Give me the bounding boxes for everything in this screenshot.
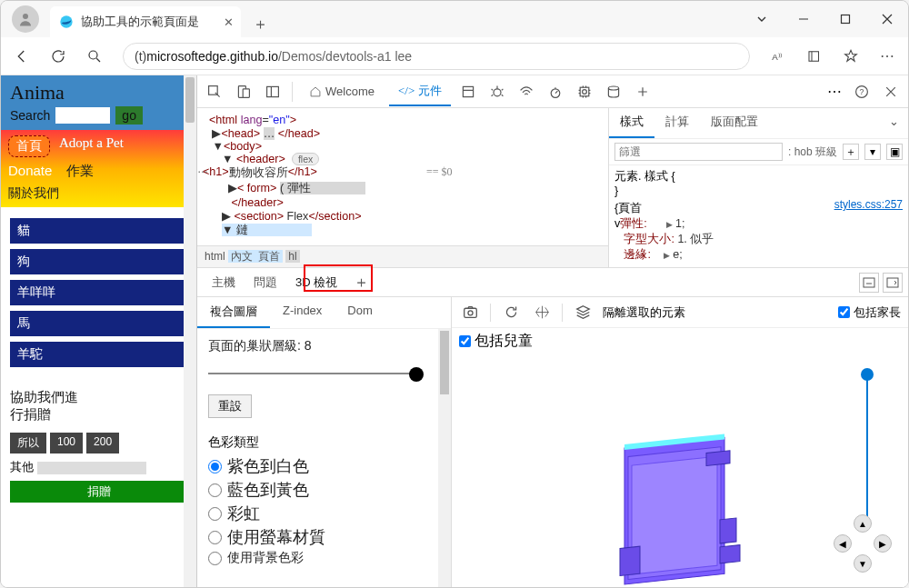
tab-computed[interactable]: 計算 xyxy=(654,108,700,138)
subtab-composited[interactable]: 複合圖層 xyxy=(197,297,270,328)
snapshot-icon[interactable] xyxy=(459,302,481,324)
chip[interactable]: 所以 xyxy=(10,433,46,453)
nesting-slider[interactable] xyxy=(208,367,440,380)
styles-content[interactable]: 元素. 樣式 { } {頁首 v彈性: ▶ 1; 字型大小: 1. 似乎 邊緣:… xyxy=(609,165,908,267)
dpad-right[interactable]: ▶ xyxy=(874,534,892,553)
other-input[interactable] xyxy=(37,462,146,474)
nav-about[interactable]: 關於我們 xyxy=(8,185,59,200)
read-aloud-icon[interactable]: A⁾⁾ xyxy=(764,43,792,70)
radio-rainbow[interactable]: 彩虹 xyxy=(208,502,440,525)
toggle-icon[interactable]: ▾ xyxy=(864,144,881,160)
browser-tab[interactable]: 協助工具的示範頁面是 ✕ xyxy=(50,6,241,37)
refresh-button[interactable] xyxy=(45,43,72,70)
drawer-tab-issues[interactable]: 問題 xyxy=(245,270,286,295)
search-icon[interactable] xyxy=(81,43,108,70)
nav-jobs[interactable]: 作業 xyxy=(66,163,94,178)
drawer-dock-icon[interactable] xyxy=(859,273,879,293)
nav-home[interactable]: 首頁 xyxy=(8,135,50,157)
search-input[interactable] xyxy=(55,107,110,124)
help-title-2: 行捐贈 xyxy=(10,406,187,424)
hov-label[interactable]: : hob 班級 xyxy=(788,145,837,160)
tool-memory-icon[interactable] xyxy=(573,80,596,104)
go-button[interactable]: go xyxy=(115,106,143,125)
list-item[interactable]: 馬 xyxy=(10,311,187,336)
dpad-left[interactable]: ◀ xyxy=(834,534,852,553)
close-window-button[interactable] xyxy=(866,1,908,37)
svg-rect-16 xyxy=(580,87,589,96)
drawer-tab-console[interactable]: 主機 xyxy=(203,270,245,295)
device-icon[interactable] xyxy=(232,80,255,104)
radio-screen-texture[interactable]: 使用螢幕材質 xyxy=(208,525,440,549)
radio-bg-color[interactable]: 使用背景色彩 xyxy=(208,549,440,567)
stylesheet-link[interactable]: styles.css:257 xyxy=(834,198,903,211)
retake-icon[interactable] xyxy=(500,302,522,324)
dpad: ▲ ▼ ◀ ▶ xyxy=(834,514,892,573)
chip[interactable]: 200 xyxy=(86,433,119,453)
help-title-1: 協助我們進 xyxy=(10,389,187,406)
back-button[interactable] xyxy=(8,43,35,70)
page-scrollbar[interactable] xyxy=(184,75,196,588)
subtab-zindex[interactable]: Z-index xyxy=(270,297,335,328)
list-item[interactable]: 狗 xyxy=(10,249,187,274)
pan-icon[interactable] xyxy=(531,302,553,324)
elements-tree[interactable]: <html lang="en"> ▶<head> … </head> ▼<bod… xyxy=(197,108,608,267)
subtab-dom[interactable]: Dom xyxy=(335,297,385,328)
parents-checkbox[interactable]: 包括家長 xyxy=(838,304,901,321)
new-rule-icon[interactable]: ＋ xyxy=(843,144,859,160)
collections-icon[interactable] xyxy=(801,43,828,70)
nav-adopt[interactable]: Adopt a Pet xyxy=(59,135,124,157)
breadcrumb[interactable]: html 內文頁首 hl xyxy=(197,245,608,267)
more-menu-icon[interactable]: ⋯ xyxy=(874,43,901,70)
3d-canvas[interactable]: ▲ ▼ ◀ ▶ xyxy=(452,352,908,588)
collapsed-icon[interactable]: … xyxy=(197,163,208,175)
filter-input[interactable] xyxy=(614,143,783,161)
svg-point-0 xyxy=(23,14,28,19)
panel-scrollbar[interactable] xyxy=(438,329,451,588)
tool-app-icon[interactable] xyxy=(456,80,480,104)
svg-rect-10 xyxy=(267,86,279,96)
tool-bug-icon[interactable] xyxy=(485,80,509,104)
children-checkbox[interactable]: 包括兒童 xyxy=(459,332,901,351)
minimize-button[interactable] xyxy=(783,1,824,37)
3d-render xyxy=(615,422,761,588)
layers-icon[interactable] xyxy=(572,302,594,324)
favorite-icon[interactable] xyxy=(837,43,864,70)
new-tab-button[interactable]: ＋ xyxy=(246,10,274,37)
tab-welcome[interactable]: Welcome xyxy=(300,79,384,104)
chevron-down-icon[interactable]: ⌄ xyxy=(880,108,908,138)
tool-storage-icon[interactable] xyxy=(602,80,625,104)
maximize-button[interactable] xyxy=(824,1,866,37)
chevron-down-icon[interactable] xyxy=(741,1,783,37)
close-devtools-icon[interactable] xyxy=(879,80,903,104)
tool-network-icon[interactable] xyxy=(514,80,538,104)
radio-blue-yellow[interactable]: 藍色到黃色 xyxy=(208,478,440,502)
dpad-down[interactable]: ▼ xyxy=(854,554,872,573)
list-item[interactable]: 羊咩咩 xyxy=(10,280,187,305)
tab-layout[interactable]: 版面配置 xyxy=(700,108,769,138)
close-tab-icon[interactable]: ✕ xyxy=(224,15,234,29)
drawer-expand-icon[interactable] xyxy=(883,273,903,293)
chip[interactable]: 100 xyxy=(50,433,83,453)
more-tools-icon[interactable]: ⋯ xyxy=(824,82,844,102)
svg-point-18 xyxy=(609,86,619,90)
radio-purple-white[interactable]: 紫色到白色 xyxy=(208,454,440,478)
tool-perf-icon[interactable] xyxy=(544,80,567,104)
tab-styles[interactable]: 樣式 xyxy=(609,108,654,138)
list-item[interactable]: 羊駝 xyxy=(10,342,187,367)
donate-button[interactable]: 捐贈 xyxy=(10,481,187,503)
nav-donate[interactable]: Donate xyxy=(8,163,52,178)
zoom-slider[interactable] xyxy=(866,374,868,519)
list-item[interactable]: 貓 xyxy=(10,218,187,244)
url-prefix: (t) xyxy=(135,49,146,64)
panel-icon[interactable]: ▣ xyxy=(886,144,903,160)
inspect-icon[interactable] xyxy=(203,80,226,104)
address-bar[interactable]: (t) microsoftedge.github.io /Demos/devto… xyxy=(123,43,750,70)
profile-avatar[interactable] xyxy=(12,5,39,33)
tab-elements[interactable]: </> 元件 xyxy=(389,77,451,106)
dpad-up[interactable]: ▲ xyxy=(854,514,872,533)
settings-help-icon[interactable]: ? xyxy=(850,80,874,104)
dock-icon[interactable] xyxy=(261,80,285,104)
add-tab-icon[interactable] xyxy=(631,80,654,104)
svg-rect-29 xyxy=(620,546,640,575)
reset-button[interactable]: 重設 xyxy=(208,394,252,418)
